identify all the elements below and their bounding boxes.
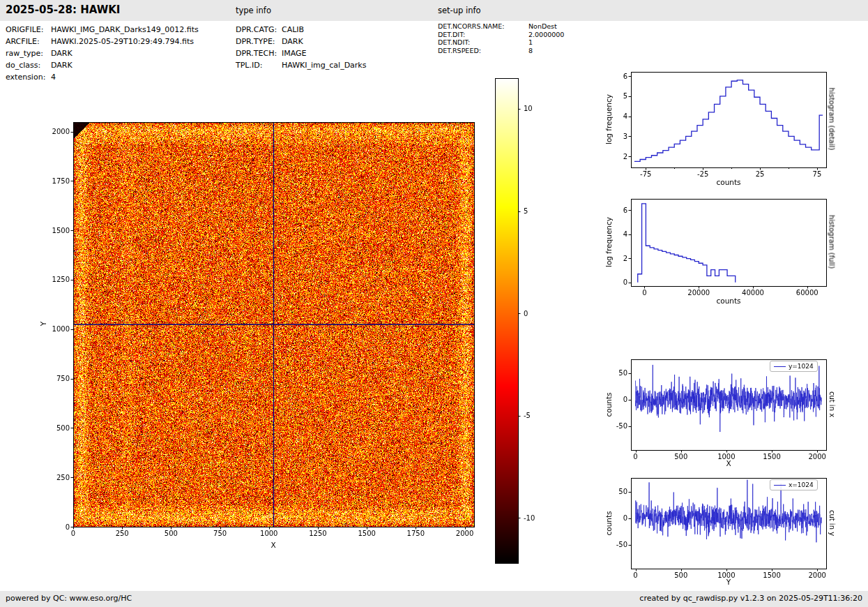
info-row: DET.RSPEED:8 xyxy=(438,47,564,55)
info-row: do_class:DARK xyxy=(6,59,199,71)
info-row: DPR.CATG:CALIB xyxy=(236,24,366,36)
info-value: DARK xyxy=(51,49,73,58)
info-value: 8 xyxy=(528,47,533,54)
legend-line-swatch xyxy=(774,366,786,367)
colorbar xyxy=(495,78,547,564)
info-row: DET.NCORRS.NAME:NonDest xyxy=(438,22,564,31)
info-label: DPR.TYPE: xyxy=(236,36,282,47)
histogram-detail-chart xyxy=(607,66,837,193)
info-row: DPR.TECH:IMAGE xyxy=(236,47,366,59)
cut-x-side-label: cut in x xyxy=(828,363,836,447)
cut-y-legend-label: x=1024 xyxy=(789,481,814,488)
info-label: ORIGFILE: xyxy=(6,24,51,36)
info-row: TPL.ID:HAWKI_img_cal_Darks xyxy=(236,59,366,71)
cut-x-legend-label: y=1024 xyxy=(789,363,814,370)
histogram-full-chart xyxy=(607,193,837,312)
info-label: ARCFILE: xyxy=(6,36,51,47)
info-value: DARK xyxy=(51,61,73,70)
info-row: extension:4 xyxy=(6,71,199,83)
info-label: extension: xyxy=(6,71,51,83)
info-value: 1 xyxy=(528,38,533,46)
footer-created-by: created by qc_rawdisp.py v1.2.3 on 2025-… xyxy=(639,594,862,603)
cut-y-ylabel: counts xyxy=(604,485,613,562)
hist-detail-ylabel: log frequency xyxy=(604,81,613,158)
hist-full-ylabel: log frequency xyxy=(604,204,613,280)
file-info-list: ORIGFILE:HAWKI_IMG_DARK_Darks149_0012.fi… xyxy=(6,24,199,83)
legend-line-swatch xyxy=(774,485,786,486)
cut-in-y-chart xyxy=(607,472,837,594)
footer-credit: powered by QC: www.eso.org/HC xyxy=(6,594,132,603)
setup-info-list: DET.NCORRS.NAME:NonDestDET.DIT:2.0000000… xyxy=(438,22,564,54)
info-value: DARK xyxy=(282,37,303,46)
info-row: DPR.TYPE:DARK xyxy=(236,36,366,47)
info-row: DET.DIT:2.0000000 xyxy=(438,31,564,39)
hist-full-xlabel: counts xyxy=(687,297,770,305)
info-value: HAWKI_IMG_DARK_Darks149_0012.fits xyxy=(51,25,199,34)
info-value: NonDest xyxy=(528,22,557,30)
cut-in-x-chart xyxy=(607,354,837,476)
qc-report-page: 2025-05-28: HAWKI type info set-up info … xyxy=(0,0,868,607)
info-label: DET.RSPEED: xyxy=(438,47,528,55)
cut-x-xlabel: X xyxy=(687,459,770,467)
info-label: DET.DIT: xyxy=(438,31,528,39)
info-label: do_class: xyxy=(6,59,51,71)
main-ylabel: Y xyxy=(39,296,47,352)
footer-bar: powered by QC: www.eso.org/HC created by… xyxy=(0,591,868,607)
info-value: IMAGE xyxy=(282,49,307,58)
info-value: HAWKI.2025-05-29T10:29:49.794.fits xyxy=(51,37,194,46)
info-row: ORIGFILE:HAWKI_IMG_DARK_Darks149_0012.fi… xyxy=(6,24,199,36)
info-row: ARCFILE:HAWKI.2025-05-29T10:29:49.794.fi… xyxy=(6,36,199,47)
cut-x-ylabel: counts xyxy=(604,366,613,443)
info-label: DPR.TECH: xyxy=(236,47,282,59)
info-row: raw_type:DARK xyxy=(6,47,199,59)
info-label: TPL.ID: xyxy=(236,59,282,71)
info-label: DET.NDIT: xyxy=(438,38,528,47)
info-value: 2.0000000 xyxy=(528,31,564,38)
info-label: DPR.CATG: xyxy=(236,24,282,36)
info-value: CALIB xyxy=(282,25,304,34)
cut-y-side-label: cut in y xyxy=(828,481,836,565)
dark-frame-heatmap xyxy=(42,117,488,544)
type-info-heading: type info xyxy=(236,6,271,15)
info-value: HAWKI_img_cal_Darks xyxy=(282,61,366,70)
hist-full-side-label: histogram (full) xyxy=(828,200,836,284)
info-row: DET.NDIT:1 xyxy=(438,38,564,47)
info-label: DET.NCORRS.NAME: xyxy=(438,22,528,31)
main-xlabel: X xyxy=(245,541,301,549)
setup-info-heading: set-up info xyxy=(438,6,481,15)
report-title: 2025-05-28: HAWKI xyxy=(6,3,120,16)
hist-detail-side-label: histogram (detail) xyxy=(828,77,836,161)
cut-x-legend: y=1024 xyxy=(770,361,818,372)
cut-y-legend: x=1024 xyxy=(770,479,818,490)
info-label: raw_type: xyxy=(6,47,51,59)
hist-detail-xlabel: counts xyxy=(687,178,770,186)
info-value: 4 xyxy=(51,73,56,82)
header-bar: 2025-05-28: HAWKI type info set-up info xyxy=(0,0,868,21)
type-info-list: DPR.CATG:CALIBDPR.TYPE:DARKDPR.TECH:IMAG… xyxy=(236,24,366,71)
cut-y-xlabel: Y xyxy=(687,578,770,586)
